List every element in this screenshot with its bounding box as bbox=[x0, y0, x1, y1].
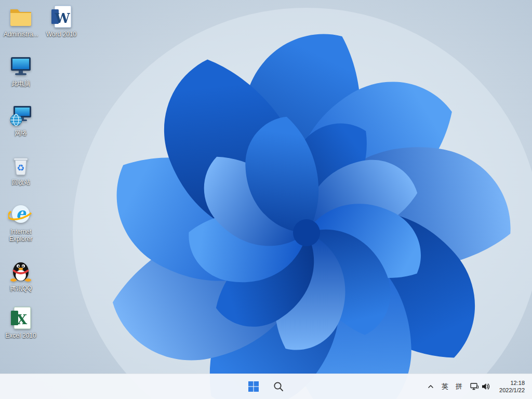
recycle-bin-icon: ♻ bbox=[8, 152, 33, 177]
internet-explorer-icon: e bbox=[8, 202, 33, 227]
excel-icon: X bbox=[8, 305, 33, 330]
ime-language-indicator[interactable]: 英 bbox=[438, 376, 452, 397]
desktop-icon-label: 腾讯QQ bbox=[10, 285, 32, 292]
taskbar-clock[interactable]: 12:18 2022/1/22 bbox=[494, 376, 530, 397]
search-icon bbox=[273, 381, 284, 392]
network-icon bbox=[8, 103, 33, 128]
word-icon: W bbox=[49, 4, 74, 29]
folder-icon bbox=[8, 4, 33, 29]
desktop: Administra... W Word 2010 此电脑 bbox=[0, 0, 532, 399]
start-button[interactable] bbox=[243, 376, 264, 397]
svg-text:♻: ♻ bbox=[17, 163, 24, 173]
desktop-icon-word-2010[interactable]: W Word 2010 bbox=[42, 4, 81, 38]
svg-text:W: W bbox=[54, 10, 70, 26]
computer-icon bbox=[8, 54, 33, 78]
clock-date: 2022/1/22 bbox=[499, 387, 525, 394]
taskbar: 英 拼 12:18 2022/1/22 bbox=[0, 374, 532, 399]
tray-chevron-button[interactable] bbox=[423, 376, 438, 397]
desktop-icon-this-pc[interactable]: 此电脑 bbox=[1, 54, 41, 87]
desktop-icon-label: Word 2010 bbox=[46, 31, 76, 38]
desktop-icon-label: 网络 bbox=[15, 129, 27, 137]
ime-mode-indicator[interactable]: 拼 bbox=[452, 376, 466, 397]
desktop-icon-network[interactable]: 网络 bbox=[1, 103, 41, 137]
qq-icon bbox=[8, 258, 33, 283]
clock-time: 12:18 bbox=[510, 379, 525, 387]
network-volume-button[interactable] bbox=[466, 376, 494, 397]
windows-11-bloom-wallpaper bbox=[0, 0, 532, 399]
desktop-icon-label: 回收站 bbox=[11, 179, 30, 186]
search-button[interactable] bbox=[268, 376, 289, 397]
desktop-icon-internet-explorer[interactable]: e Internet Explorer bbox=[1, 202, 41, 243]
windows-logo-icon bbox=[248, 381, 259, 392]
desktop-icon-tencent-qq[interactable]: 腾讯QQ bbox=[1, 258, 41, 292]
svg-text:X: X bbox=[17, 312, 28, 327]
desktop-icon-label: Excel 2010 bbox=[5, 332, 36, 339]
desktop-icon-label: Internet Explorer bbox=[1, 228, 41, 243]
desktop-icon-excel-2010[interactable]: X Excel 2010 bbox=[1, 305, 41, 339]
desktop-icon-recycle-bin[interactable]: ♻ 回收站 bbox=[1, 152, 41, 186]
desktop-icon-label: 此电脑 bbox=[11, 80, 30, 87]
taskbar-tray: 英 拼 12:18 2022/1/22 bbox=[423, 374, 530, 399]
volume-icon bbox=[481, 381, 491, 392]
desktop-icon-administrator[interactable]: Administra... bbox=[1, 4, 41, 38]
network-status-icon bbox=[469, 381, 480, 392]
desktop-icon-label: Administra... bbox=[4, 31, 38, 38]
chevron-up-icon bbox=[427, 383, 434, 390]
taskbar-center bbox=[243, 374, 289, 399]
